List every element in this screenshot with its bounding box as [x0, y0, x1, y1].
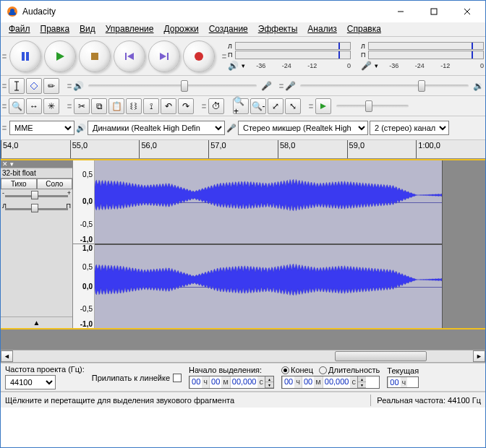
svg-rect-2 — [9, 12, 16, 15]
selection-toolbar: Частота проекта (Гц): 44100 Прилипать к … — [1, 363, 485, 392]
playback-meter-r[interactable] — [235, 51, 351, 59]
menubar: Файл Правка Вид Управление Дорожки Созда… — [1, 22, 485, 37]
play-speed-slider[interactable] — [336, 105, 409, 108]
playback-meter-l[interactable] — [235, 42, 351, 51]
grip-icon[interactable] — [279, 76, 284, 96]
empty-track-area[interactable] — [1, 329, 485, 350]
menu-edit[interactable]: Правка — [35, 22, 75, 36]
project-rate-label: Частота проекта (Гц): — [5, 365, 85, 374]
redo-icon[interactable]: ↷ — [178, 98, 194, 114]
record-volume-slider[interactable] — [300, 85, 469, 87]
vertical-scale[interactable]: 0,5 0,0 -0,5 -1,0 1,0 0,5 0,0 -0,5 -1,0 — [73, 160, 95, 328]
cut-icon[interactable]: ✂ — [74, 98, 90, 114]
svg-marker-12 — [127, 53, 134, 60]
close-button[interactable] — [451, 1, 484, 22]
record-meter-r[interactable] — [368, 51, 484, 59]
menu-help[interactable]: Справка — [342, 22, 386, 36]
snap-checkbox[interactable] — [173, 374, 182, 382]
grip-icon[interactable] — [67, 96, 72, 116]
speaker-icon: 🔊 — [228, 61, 239, 71]
grip-icon[interactable] — [309, 96, 313, 116]
svg-marker-9 — [56, 52, 64, 61]
menu-tracks[interactable]: Дорожки — [159, 22, 204, 36]
stop-button[interactable] — [79, 40, 111, 72]
track-control-panel[interactable]: ✕ ▾ 32-bit float Тихо Соло - + Л П ▲ — [1, 160, 73, 328]
grip-icon[interactable] — [2, 96, 7, 116]
scroll-left-button[interactable]: ◄ — [1, 350, 13, 362]
waveform-right[interactable] — [95, 245, 442, 328]
host-api-select[interactable]: MME — [9, 121, 74, 135]
record-button[interactable] — [183, 40, 215, 72]
output-device-select[interactable]: Динамики (Realtek High Defin — [88, 121, 225, 135]
copy-icon[interactable]: ⧉ — [91, 98, 107, 114]
track-tail — [442, 160, 485, 328]
envelope-tool-icon[interactable] — [26, 78, 42, 94]
grip-icon[interactable] — [67, 76, 72, 96]
svg-marker-13 — [160, 53, 166, 60]
waveform-left[interactable] — [95, 160, 442, 244]
zoom-out-icon[interactable]: 🔍- — [250, 98, 266, 114]
paste-icon[interactable]: 📋 — [108, 98, 124, 114]
input-device-select[interactable]: Стерео микшер (Realtek High — [238, 121, 368, 135]
zoom-in-icon[interactable]: 🔍+ — [233, 98, 249, 114]
record-meter-l[interactable] — [368, 42, 484, 51]
play-button[interactable] — [44, 40, 76, 72]
solo-button[interactable]: Соло — [37, 178, 73, 189]
menu-view[interactable]: Вид — [74, 22, 101, 36]
trim-icon[interactable]: ⧙⧘ — [126, 98, 142, 114]
menu-effect[interactable]: Эффекты — [253, 22, 303, 36]
skip-end-button[interactable] — [148, 40, 180, 72]
minimize-button[interactable] — [384, 1, 417, 22]
play-at-speed-icon[interactable] — [315, 98, 331, 114]
svg-rect-11 — [125, 53, 127, 60]
svg-rect-14 — [167, 53, 169, 60]
grip-icon[interactable] — [222, 46, 226, 66]
svg-rect-4 — [431, 9, 437, 14]
mic-icon: 🎤 — [261, 81, 272, 91]
grip-icon[interactable] — [2, 118, 7, 138]
audio-position-label: Текущая — [387, 366, 419, 375]
grip-icon[interactable] — [202, 96, 206, 116]
end-radio[interactable]: Конец — [281, 366, 313, 374]
fit-project-icon[interactable]: ⤡ — [285, 98, 301, 114]
menu-transport[interactable]: Управление — [101, 22, 159, 36]
grip-icon[interactable] — [2, 76, 7, 96]
undo-icon[interactable]: ↶ — [161, 98, 176, 114]
selection-start-time[interactable]: 00ч 00м 00,000с ▴▾ — [189, 376, 274, 389]
track-area: ✕ ▾ 32-bit float Тихо Соло - + Л П ▲ 0,5… — [1, 159, 485, 329]
selection-tool-icon[interactable] — [9, 78, 25, 94]
device-toolbar: MME 🔊 Динамики (Realtek High Defin 🎤 Сте… — [1, 116, 485, 140]
zoom-tool-icon[interactable]: 🔍 — [9, 98, 25, 114]
channels-select[interactable]: 2 (стерео) канал — [370, 121, 449, 135]
fit-selection-icon[interactable]: ⤢ — [268, 98, 284, 114]
menu-file[interactable]: Файл — [4, 22, 35, 36]
multi-tool-icon[interactable]: ✳ — [43, 98, 59, 114]
audio-position-time[interactable]: 00ч — [387, 376, 419, 388]
timeshift-tool-icon[interactable]: ↔ — [26, 98, 42, 114]
mic-icon: 🎤 — [285, 81, 296, 91]
mute-button[interactable]: Тихо — [1, 178, 37, 189]
scroll-right-button[interactable]: ► — [473, 350, 485, 362]
speaker-small-icon: 🔉 — [473, 81, 484, 91]
collapse-button[interactable]: ▲ — [1, 316, 72, 328]
selection-end-time[interactable]: 00ч 00м 00,000с ▴▾ — [281, 376, 380, 389]
playback-volume-slider[interactable] — [88, 85, 257, 87]
skip-start-button[interactable] — [114, 40, 145, 72]
sync-lock-icon[interactable]: ⏱ — [208, 98, 224, 114]
mic-icon: 🎤 — [361, 61, 372, 71]
pan-slider[interactable]: Л П — [1, 202, 72, 215]
grip-icon[interactable] — [2, 46, 7, 66]
speaker-icon: 🔊 — [76, 124, 86, 133]
silence-icon[interactable]: ⟟ — [143, 98, 159, 114]
length-radio[interactable]: Длительность — [319, 366, 380, 374]
menu-generate[interactable]: Создание — [204, 22, 253, 36]
timeline-ruler[interactable]: 54,0 55,0 56,0 57,0 58,0 59,0 1:00,0 — [1, 140, 485, 159]
menu-analyze[interactable]: Анализ — [302, 22, 342, 36]
horizontal-scrollbar[interactable]: ◄ ► — [1, 350, 485, 363]
draw-tool-icon[interactable]: ✏ — [43, 78, 59, 94]
gain-slider[interactable]: - + — [1, 189, 72, 202]
project-rate-select[interactable]: 44100 — [5, 375, 56, 389]
maximize-button[interactable] — [417, 1, 451, 22]
pause-button[interactable] — [9, 40, 41, 72]
transport-toolbar: Л П Л П 🔊 ▾ -36 -24 -12 — [1, 37, 485, 76]
